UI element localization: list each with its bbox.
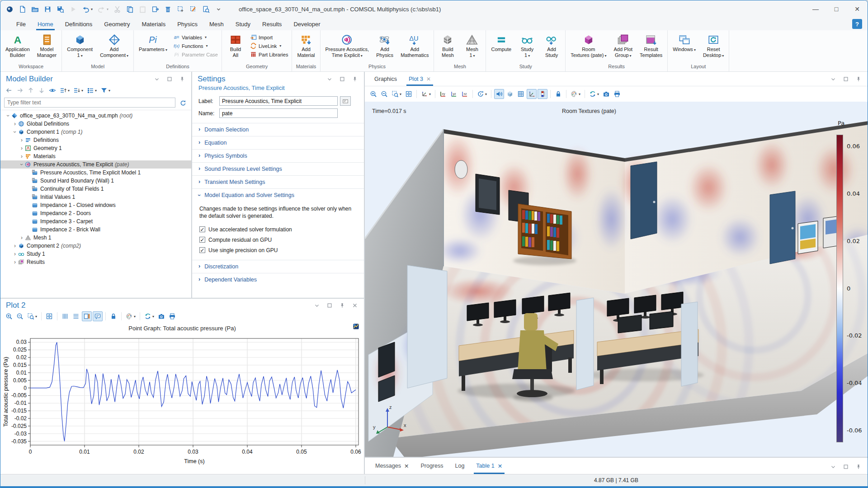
checkbox-compute-residual-on-gpu[interactable]: ✓Compute residual on GPU	[199, 235, 358, 245]
panel-menu-button[interactable]	[829, 462, 838, 471]
node-list-button[interactable]: ▾	[85, 85, 98, 95]
tree-item[interactable]: ›Mesh 1	[0, 234, 191, 242]
zoom-box-button[interactable]: ▾	[26, 311, 38, 321]
filter-button[interactable]: ▾	[99, 85, 112, 95]
graphics-canvas[interactable]: Time=0.017 s Room Textures (pate) Pa 0.0…	[365, 102, 868, 457]
tree-item[interactable]: ›Materials	[0, 152, 191, 160]
ribbon-add-study[interactable]: AddStudy	[540, 32, 563, 59]
tree-item[interactable]: ›Geometry 1	[0, 144, 191, 152]
section-transient-mesh-settings[interactable]: ›Transient Mesh Settings	[192, 175, 364, 188]
close-tab-icon[interactable]: ✕	[426, 76, 431, 82]
lock-button[interactable]	[553, 89, 563, 99]
arrow-right-button[interactable]	[15, 85, 25, 95]
panel-menu-button[interactable]	[829, 75, 838, 84]
refresh-plot-button[interactable]: ▾	[143, 311, 156, 321]
menu-geometry[interactable]: Geometry	[98, 18, 136, 30]
save-search-button[interactable]	[56, 5, 65, 14]
section-discretization[interactable]: ›Discretization	[192, 260, 364, 273]
ribbon-compute[interactable]: Compute	[488, 32, 514, 53]
zoom-in-button[interactable]	[368, 89, 378, 99]
ribbon-parameter-case[interactable]: PiParameter Case	[171, 51, 220, 58]
section-model-equation-and-solver-settings[interactable]: ›Model Equation and Solver Settings	[192, 188, 364, 202]
expanded-chevron-icon[interactable]: ›	[19, 161, 25, 168]
deselect-button[interactable]	[189, 5, 198, 14]
axes-toggle-button[interactable]	[527, 89, 537, 99]
ribbon-parameters[interactable]: PiParameters▾	[136, 32, 170, 54]
menu-mesh[interactable]: Mesh	[203, 18, 230, 30]
tree-item[interactable]: ›Study 1	[0, 250, 191, 258]
menu-file[interactable]: File	[10, 18, 32, 30]
tree-item[interactable]: ›Component 1(comp 1)	[0, 128, 191, 136]
tree-item[interactable]: DSound Hard Boundary (Wall) 1	[0, 177, 191, 185]
collapsed-chevron-icon[interactable]: ›	[12, 121, 18, 127]
menu-home[interactable]: Home	[32, 18, 59, 30]
collapsed-chevron-icon[interactable]: ›	[19, 145, 25, 151]
section-sound-pressure-level-settings[interactable]: ›Sound Pressure Level Settings	[192, 162, 364, 175]
paste-button[interactable]	[138, 5, 147, 14]
tab-graphics[interactable]: Graphics	[368, 72, 403, 86]
grid-button[interactable]	[516, 89, 526, 99]
checkbox-use-accelerated-solver-formulation[interactable]: ✓Use accelerated solver formulation	[199, 224, 358, 235]
sound-button[interactable]	[494, 89, 504, 99]
panel-pin-button[interactable]	[350, 75, 359, 84]
panel-pin-button[interactable]	[178, 75, 187, 84]
zoom-out-button[interactable]	[15, 311, 25, 321]
ribbon-component-1[interactable]: Component1▾	[64, 32, 96, 60]
copy-button[interactable]	[125, 5, 135, 14]
eye-button[interactable]	[47, 85, 57, 95]
refresh-filter-button[interactable]	[178, 98, 188, 108]
tab-messages[interactable]: Messages✕	[369, 458, 415, 474]
ribbon-add-physics[interactable]: AddPhysics	[373, 32, 396, 59]
tab-progress[interactable]: Progress	[415, 458, 449, 474]
ribbon-functions[interactable]: f(x)Functions▾	[171, 42, 220, 50]
tree-item[interactable]: DInitial Values 1	[0, 193, 191, 201]
duplicate-button[interactable]	[151, 5, 160, 14]
y-grid-button[interactable]	[60, 311, 70, 321]
zoom-extents-button[interactable]	[404, 89, 414, 99]
ribbon-model-manager[interactable]: ModelManager	[34, 32, 60, 59]
ribbon-room-textures-pate-[interactable]: RoomTextures (pate)▾	[567, 32, 609, 60]
collapse-list-button[interactable]: ▾	[58, 85, 71, 95]
zoom-in-button[interactable]	[4, 311, 14, 321]
overflow-button[interactable]	[214, 5, 223, 14]
select-button[interactable]	[176, 5, 185, 14]
zoom-out-button[interactable]	[379, 89, 389, 99]
ribbon-windows[interactable]: Windows▾	[670, 32, 699, 54]
menu-materials[interactable]: Materials	[136, 18, 171, 30]
name-field[interactable]	[219, 108, 338, 118]
section-domain-selection[interactable]: ›Domain Selection	[192, 123, 364, 136]
menu-definitions[interactable]: Definitions	[59, 18, 99, 30]
menu-developer[interactable]: Developer	[288, 18, 326, 30]
color-palette-button[interactable]: ▾	[124, 311, 137, 321]
axis-limits-button[interactable]	[82, 311, 92, 321]
camera-button[interactable]	[601, 89, 611, 99]
ribbon-add-material[interactable]: AddMaterial	[294, 32, 318, 59]
tree-item[interactable]: Impedance 2 - Brick Wall	[0, 225, 191, 234]
view-xz-button[interactable]: xz	[460, 89, 470, 99]
tab-log[interactable]: Log	[449, 458, 471, 474]
delete-button[interactable]	[163, 5, 173, 14]
app-logo-button[interactable]	[5, 5, 14, 14]
arrow-down-button[interactable]	[37, 85, 47, 95]
cut-button[interactable]	[113, 5, 122, 14]
arrow-left-button[interactable]	[4, 85, 14, 95]
ribbon-application-builder[interactable]: AApplicationBuilder	[2, 32, 33, 59]
camera-button[interactable]	[156, 311, 166, 321]
undo-button[interactable]: ▾	[81, 5, 94, 14]
x-grid-button[interactable]	[71, 311, 81, 321]
open-button[interactable]	[30, 5, 40, 14]
section-equation[interactable]: ›Equation	[192, 136, 364, 149]
annotation-button[interactable]	[93, 311, 103, 321]
minimize-button[interactable]: —	[805, 0, 826, 18]
lock-button[interactable]	[108, 311, 118, 321]
ribbon-livelink[interactable]: LiveLink▾	[248, 42, 290, 50]
close-tab-icon[interactable]: ✕	[498, 463, 502, 469]
filter-input[interactable]	[4, 98, 175, 108]
ribbon-part-libraries[interactable]: Part Libraries	[248, 51, 290, 58]
search-doc-button[interactable]	[201, 5, 211, 14]
section-physics-symbols[interactable]: ›Physics Symbols	[192, 149, 364, 162]
panel-float-button[interactable]	[841, 75, 850, 84]
refresh-plot-button[interactable]: ▾	[588, 89, 600, 99]
panel-float-button[interactable]	[165, 75, 174, 84]
tree-item[interactable]: DContinuity of Total Fields 1	[0, 185, 191, 193]
